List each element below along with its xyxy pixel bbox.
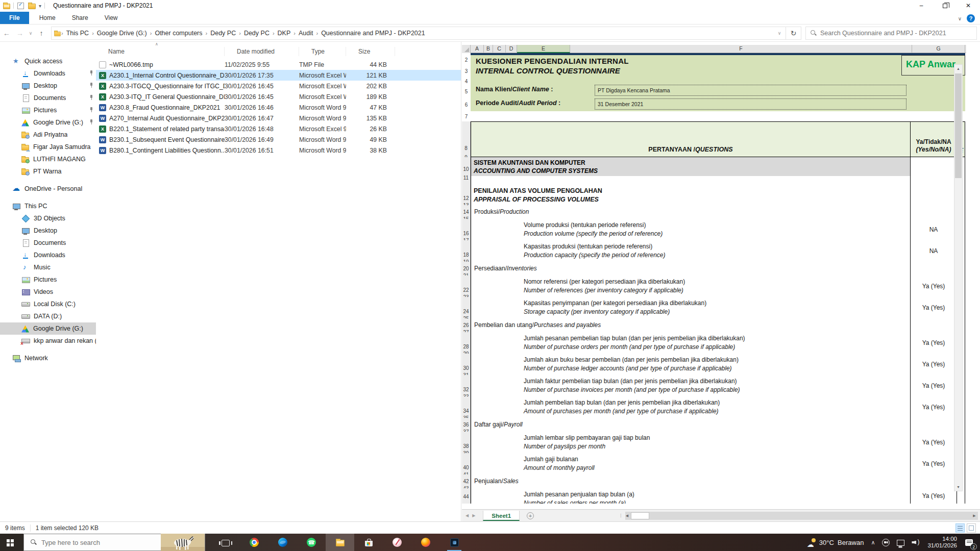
sidebar-item-desktop[interactable]: Desktop <box>0 80 96 92</box>
sidebar-group-quick-access[interactable]: Quick access <box>0 55 96 67</box>
sidebar-group-network[interactable]: Network <box>0 352 96 364</box>
taskbar-app-pink-feather-app[interactable] <box>383 534 411 551</box>
clock[interactable]: 14:00 31/01/2026 <box>923 536 961 549</box>
sidebar-item-figar-jaya-samudra[interactable]: Figar Jaya Samudra <box>0 141 96 153</box>
taskbar-app-file-explorer[interactable] <box>326 534 354 551</box>
sidebar-item-videos[interactable]: Videos <box>0 286 96 298</box>
minimize-button[interactable]: – <box>910 0 933 11</box>
preview-pane-divider[interactable] <box>461 42 461 521</box>
file-row-a230-8-fraud-questionnaire-dkp2021[interactable]: WA230.8_Fraud Questionnaire_DKP202130/01… <box>96 102 461 113</box>
sidebar-item-google-drive-g[interactable]: Google Drive (G:) <box>0 116 96 129</box>
taskbar-app-microsoft-store[interactable] <box>354 534 383 551</box>
file-row-a270-internal-audit-questionnaire-dkp2[interactable]: WA270_Internal Audit Questionnaire_DKP2.… <box>96 113 461 123</box>
tab-view[interactable]: View <box>96 12 126 24</box>
taskbar-app-task-view[interactable] <box>211 534 240 551</box>
file-row-a230-1-internal-control-questionnaire-d[interactable]: XA230.1_Internal Control Questionnaire_D… <box>96 70 461 81</box>
sidebar-item-documents[interactable]: Documents <box>0 237 96 249</box>
breadcrumb-item-questionnaire-and-pmpj-dkp2021[interactable]: Questionnaire and PMPJ - DKP2021 <box>318 30 428 37</box>
horizontal-scroll-thumb[interactable] <box>631 512 649 519</box>
sidebar-item-3d-objects[interactable]: 3D Objects <box>0 212 96 224</box>
maximize-button[interactable] <box>933 0 957 11</box>
sidebar-item-local-disk-c[interactable]: Local Disk (C:) <box>0 298 96 310</box>
scroll-left-arrow-icon[interactable]: ◀ <box>624 514 631 518</box>
sidebar-group-onedrive-personal[interactable]: OneDrive - Personal <box>0 183 96 195</box>
network-tray-button[interactable] <box>893 534 908 551</box>
scroll-down-arrow-icon[interactable]: ▼ <box>954 483 962 491</box>
sidebar-item-pictures[interactable]: Pictures <box>0 104 96 116</box>
explorer-search-box[interactable] <box>805 27 977 40</box>
file-row-wrl0066-tmp[interactable]: ~WRL0066.tmp11/02/2025 9:55TMP File44 KB <box>96 59 461 70</box>
hidden-icons-button[interactable]: ∧ <box>867 534 878 551</box>
taskbar-app-chrome[interactable] <box>240 534 268 551</box>
column-header-size[interactable]: Size <box>346 47 395 56</box>
address-dropdown-chevron-icon[interactable]: ∨ <box>775 31 783 36</box>
taskbar-app-dark-app[interactable] <box>440 534 469 551</box>
collapse-ribbon-chevron-icon[interactable]: ∨ <box>958 16 962 21</box>
column-header-date-modified[interactable]: Date modified <box>225 47 299 56</box>
taskbar-app-whatsapp[interactable] <box>297 534 326 551</box>
close-button[interactable]: ✕ <box>957 0 980 11</box>
refresh-button[interactable]: ↻ <box>786 27 801 40</box>
tab-file[interactable]: File <box>0 12 29 24</box>
quick-access-properties-icon[interactable] <box>17 2 25 10</box>
meet-now-button[interactable] <box>878 534 893 551</box>
file-row-a230-3-itgcq-questionnaire-for-itgc-dk[interactable]: XA230.3-ITGCQ_Questionnaire for ITGC_DK.… <box>96 81 461 91</box>
add-sheet-icon[interactable]: + <box>527 512 534 519</box>
preview-horizontal-scrollbar[interactable]: ⁞ ◀ ▶ <box>625 512 978 520</box>
sidebar-item-desktop[interactable]: Desktop <box>0 224 96 237</box>
sidebar-item-google-drive-g[interactable]: Google Drive (G:) <box>0 322 96 335</box>
file-row-a230-3-itq-it-general-questionnaire-dk[interactable]: XA230.3-ITQ_IT General Questionnaire_DK.… <box>96 91 461 102</box>
scroll-right-arrow-icon[interactable]: ▶ <box>971 514 978 518</box>
sidebar-item-downloads[interactable]: Downloads <box>0 67 96 80</box>
sidebar-item-downloads[interactable]: Downloads <box>0 249 96 261</box>
sidebar-item-pictures[interactable]: Pictures <box>0 273 96 286</box>
sidebar-item-documents[interactable]: Documents <box>0 92 96 104</box>
breadcrumb-item-dedy-pc[interactable]: Dedy PC <box>207 30 239 37</box>
explorer-search-input[interactable] <box>820 30 972 37</box>
column-header-name[interactable]: Name <box>96 47 225 56</box>
sheet-tab-sheet1[interactable]: Sheet1 <box>483 511 520 521</box>
weather-widget[interactable]: 30°C Berawan <box>803 534 868 551</box>
sidebar-item-music[interactable]: Music <box>0 261 96 273</box>
sidebar-item-data-d[interactable]: DATA (D:) <box>0 310 96 322</box>
breadcrumb-item-google-drive-g[interactable]: Google Drive (G:) <box>94 30 150 37</box>
sheet-nav-right-icon[interactable]: ▶ <box>472 513 479 518</box>
file-row-b220-1-statement-of-related-party-transac[interactable]: XB220.1_Statement of related party trans… <box>96 123 461 134</box>
sidebar-item-adi-priyatna[interactable]: Adi Priyatna <box>0 129 96 141</box>
sidebar-group-this-pc[interactable]: This PC <box>0 200 96 212</box>
back-button[interactable]: ← <box>0 29 13 37</box>
sidebar-item-pt-warna[interactable]: PT Warna <box>0 165 96 178</box>
notification-center-button[interactable]: 2 <box>961 534 980 551</box>
customize-toolbar-chevron-icon[interactable]: ▾ <box>39 3 41 9</box>
sidebar-item-luthfi-magang[interactable]: LUTHFI MAGANG <box>0 153 96 165</box>
large-icons-view-icon[interactable] <box>967 523 976 533</box>
search-highlight-zebra[interactable] <box>161 534 205 551</box>
breadcrumb-item-audit[interactable]: Audit <box>296 30 316 37</box>
tab-share[interactable]: Share <box>64 12 96 24</box>
start-button[interactable] <box>0 534 23 551</box>
volume-button[interactable] <box>908 534 923 551</box>
file-row-b230-1-subsequent-event-questionnaire[interactable]: WB230.1_Subsequent Event Questionnaire_.… <box>96 134 461 145</box>
address-bar[interactable]: › This PC›Google Drive (G:)›Other comput… <box>51 27 786 40</box>
help-icon[interactable]: ? <box>967 14 975 22</box>
breadcrumb-item-this-pc[interactable]: This PC <box>63 30 92 37</box>
taskbar-app-edge[interactable] <box>268 534 297 551</box>
breadcrumb-item-dedy-pc[interactable]: Dedy PC <box>241 30 273 37</box>
taskbar-search-box[interactable] <box>23 534 205 551</box>
up-button[interactable]: ↑ <box>35 29 48 37</box>
quick-access-new-folder-icon[interactable] <box>28 4 36 9</box>
tab-home[interactable]: Home <box>31 12 64 24</box>
forward-button[interactable]: → <box>13 29 27 37</box>
scroll-up-arrow-icon[interactable]: ▲ <box>954 65 962 72</box>
taskbar-app-firefox[interactable] <box>411 534 440 551</box>
column-header-type[interactable]: Type <box>299 47 346 56</box>
breadcrumb-item-other-computers[interactable]: Other computers <box>152 30 205 37</box>
scrollbar-grip-dots[interactable]: ⁞ <box>620 513 622 518</box>
sheet-nav-left-icon[interactable]: ◀ <box>462 513 472 518</box>
sidebar-item-kkp-anwar-dan-rekan-1[interactable]: kkp anwar dan rekan (\\1 <box>0 335 96 347</box>
details-view-icon[interactable] <box>955 523 965 533</box>
preview-vertical-scrollbar[interactable]: ▲ ▼ <box>954 64 963 491</box>
vertical-scroll-thumb[interactable] <box>955 73 962 178</box>
breadcrumb-item-dkp[interactable]: DKP <box>275 30 294 37</box>
file-row-b280-1-contingent-liabilities-questionn[interactable]: WB280.1_Contingent Liabilities Questionn… <box>96 145 461 156</box>
